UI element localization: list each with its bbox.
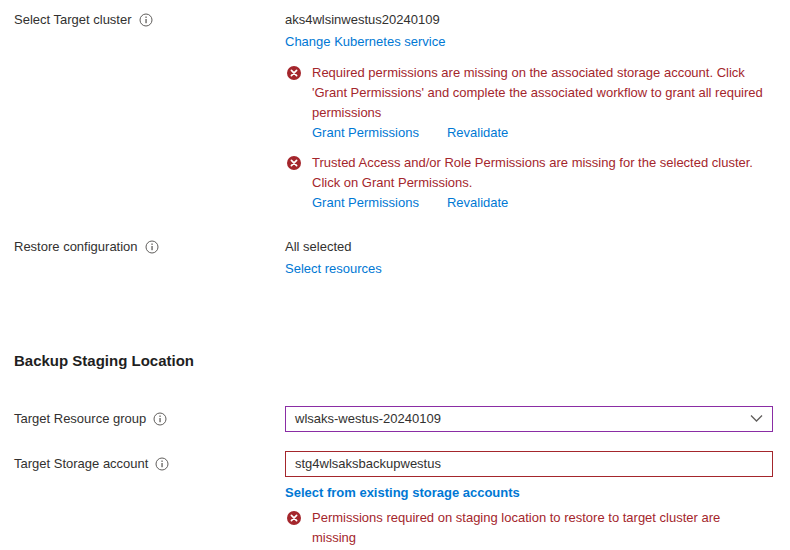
restore-configuration-label: Restore configuration (14, 237, 138, 257)
error-message: Trusted Access and/or Role Permissions a… (312, 153, 767, 193)
target-resource-group-label: Target Resource group (14, 409, 146, 429)
select-resources-link[interactable]: Select resources (285, 259, 382, 279)
target-storage-account-input[interactable]: stg4wlsaksbackupwestus (285, 451, 773, 477)
backup-staging-location-header: Backup Staging Location (14, 351, 773, 371)
error-message: Required permissions are missing on the … (312, 63, 767, 123)
info-icon[interactable] (145, 240, 159, 254)
target-cluster-label: Select Target cluster (14, 10, 132, 30)
storage-permissions-error: Required permissions are missing on the … (285, 63, 773, 143)
grant-permissions-link[interactable]: Grant Permissions (312, 193, 419, 213)
target-storage-account-row: Target Storage account stg4wlsaksbackupw… (14, 451, 773, 550)
error-icon (287, 66, 301, 83)
target-cluster-value: aks4wlsinwestus20240109 (285, 10, 773, 30)
target-resource-group-dropdown[interactable]: wlsaks-westus-20240109 (285, 406, 773, 432)
target-resource-group-row: Target Resource group wlsaks-westus-2024… (14, 406, 773, 432)
info-icon[interactable] (155, 457, 169, 471)
revalidate-link[interactable]: Revalidate (447, 123, 508, 143)
select-existing-storage-link[interactable]: Select from existing storage accounts (285, 483, 520, 503)
restore-configuration-row: Restore configuration All selected Selec… (14, 237, 773, 279)
target-storage-account-value: stg4wlsaksbackupwestus (295, 452, 441, 476)
grant-permissions-link[interactable]: Grant Permissions (312, 123, 419, 143)
error-icon (287, 511, 301, 528)
target-cluster-row: Select Target cluster aks4wlsinwestus202… (14, 10, 773, 213)
error-icon (287, 156, 301, 173)
change-kubernetes-service-link[interactable]: Change Kubernetes service (285, 32, 445, 52)
error-message: Permissions required on staging location… (312, 508, 767, 548)
trusted-access-error: Trusted Access and/or Role Permissions a… (285, 153, 773, 213)
info-icon[interactable] (139, 13, 153, 27)
chevron-down-icon (750, 407, 763, 431)
info-icon[interactable] (153, 412, 167, 426)
staging-permissions-error: Permissions required on staging location… (285, 508, 773, 550)
revalidate-link[interactable]: Revalidate (447, 193, 508, 213)
restore-configuration-value: All selected (285, 237, 773, 257)
target-storage-account-label: Target Storage account (14, 454, 148, 474)
target-resource-group-selected: wlsaks-westus-20240109 (295, 407, 441, 431)
